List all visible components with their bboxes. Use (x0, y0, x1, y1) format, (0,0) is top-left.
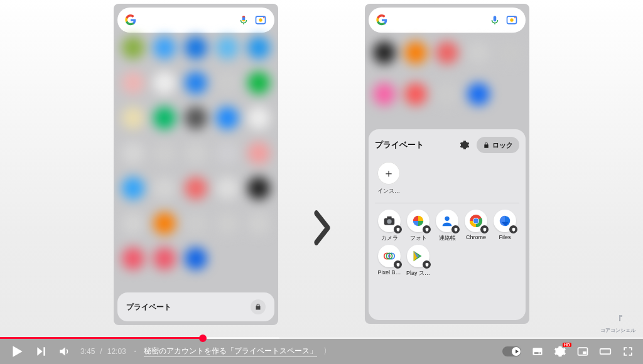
install-label: インス… (377, 188, 400, 194)
transition-arrow (300, 200, 343, 269)
plus-icon: ＋ (377, 162, 400, 185)
app-contacts[interactable]: 連絡帳 (433, 210, 462, 242)
video-player-controls: 3:45 / 12:03 ・ 秘密のアカウントを作る「プライベートスペース」 〉… (0, 339, 643, 364)
svg-rect-18 (533, 348, 543, 355)
app-files[interactable]: Files (490, 210, 519, 242)
phone-right: プライベート ロック ＋ インス… カメラ (365, 4, 529, 324)
chevron-right-icon (306, 200, 337, 269)
private-space-panel: プライベート ロック ＋ インス… カメラ (369, 129, 526, 320)
private-label: プライベート (126, 302, 171, 313)
duration: 12:03 (107, 347, 126, 356)
svg-rect-19 (534, 353, 539, 354)
separator (375, 203, 519, 203)
lens-icon[interactable] (254, 14, 267, 26)
private-space-bar[interactable]: プライベート (117, 292, 274, 321)
google-g-icon (125, 14, 136, 26)
svg-point-7 (387, 219, 391, 223)
progress-bar[interactable] (0, 337, 643, 339)
google-search-bar[interactable] (369, 8, 526, 33)
lock-button[interactable]: ロック (477, 137, 519, 153)
svg-point-1 (259, 18, 262, 21)
channel-watermark[interactable]: 『 コアコンシェル (600, 314, 635, 334)
svg-point-9 (445, 217, 449, 221)
svg-point-5 (514, 17, 516, 18)
app-chrome[interactable]: Chrome (462, 210, 490, 242)
lens-icon[interactable] (505, 14, 518, 26)
install-app-button[interactable]: ＋ インス… (375, 162, 403, 195)
miniplayer-button[interactable] (576, 345, 589, 358)
google-search-bar[interactable] (117, 8, 274, 33)
app-grid-blurred (117, 36, 274, 290)
private-panel-header: プライベート ロック (375, 137, 519, 153)
svg-rect-22 (583, 351, 586, 354)
private-panel-title: プライベート (375, 139, 453, 151)
next-button[interactable] (35, 345, 48, 358)
autoplay-toggle[interactable] (502, 346, 521, 356)
chevron-right-icon: 〉 (324, 346, 329, 357)
private-app-grid: カメラ フォト 連絡帳 Chrome Files (375, 210, 519, 277)
phone-left: プライベート (114, 4, 278, 325)
install-row: ＋ インス… (375, 162, 519, 195)
app-play-store[interactable]: Play ス… (404, 245, 433, 277)
svg-rect-8 (387, 217, 391, 219)
app-camera[interactable]: カメラ (375, 210, 404, 242)
lock-button-label: ロック (492, 141, 513, 150)
captions-button[interactable] (531, 345, 544, 358)
app-pixel-buds[interactable]: Pixel B… (375, 245, 404, 277)
google-g-icon (376, 14, 387, 26)
app-grid-blurred-small (369, 36, 526, 124)
lock-icon (251, 299, 266, 314)
svg-rect-20 (539, 353, 541, 354)
svg-rect-23 (600, 349, 611, 354)
video-frame: プライベート (0, 0, 643, 339)
svg-point-13 (473, 218, 478, 223)
svg-point-4 (510, 18, 513, 21)
scrubber-handle[interactable] (199, 335, 207, 342)
volume-button[interactable] (58, 345, 70, 358)
mic-icon[interactable] (238, 14, 249, 26)
mic-icon[interactable] (489, 14, 500, 26)
play-button[interactable] (9, 343, 25, 360)
fullscreen-button[interactable] (622, 345, 634, 358)
hd-badge: HD (563, 343, 571, 347)
app-photos[interactable]: フォト (404, 210, 433, 242)
svg-point-2 (263, 17, 264, 18)
theater-button[interactable] (599, 345, 612, 358)
current-time: 3:45 (80, 347, 95, 356)
gear-icon[interactable] (457, 137, 473, 153)
time-and-chapter: 3:45 / 12:03 ・ 秘密のアカウントを作る「プライベートスペース」 〉 (80, 346, 331, 357)
settings-button[interactable]: HD (554, 345, 566, 358)
chapter-link[interactable]: 秘密のアカウントを作る「プライベートスペース」 (144, 346, 317, 357)
